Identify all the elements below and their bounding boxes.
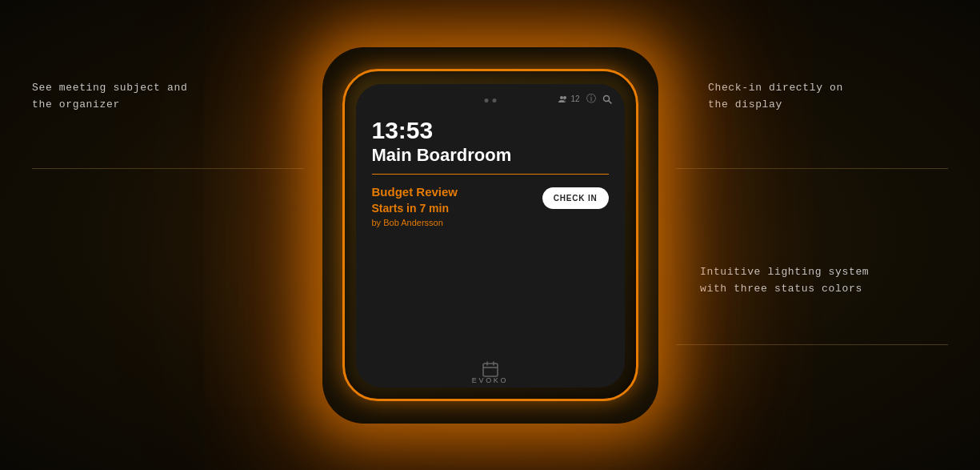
- svg-line-3: [609, 101, 611, 103]
- search-icon[interactable]: [602, 94, 612, 104]
- screen-content: 13:53 Main Boardroom Budget Review Start…: [356, 110, 625, 388]
- topbar-dot-1: [484, 98, 488, 102]
- svg-point-0: [560, 96, 563, 99]
- topbar-icons: 12 ⓘ: [558, 92, 611, 106]
- device-brand: EVOKO: [472, 376, 509, 384]
- device-screen: 12 ⓘ 13:53 Main Boardroom: [356, 84, 625, 388]
- right-text-checkin-line1: Check-in directly on: [708, 80, 948, 97]
- left-divider: [32, 168, 304, 169]
- right-panel-bottom: Intuitive lighting system with three sta…: [700, 264, 948, 298]
- right-divider-bottom: [676, 344, 948, 345]
- calendar-icon: [482, 360, 499, 378]
- room-name: Main Boardroom: [372, 145, 609, 166]
- screen-divider: [372, 174, 609, 175]
- right-panel-top: Check-in directly on the display: [708, 80, 948, 114]
- meeting-organizer: by Bob Andersson: [372, 218, 536, 227]
- screen-topbar: 12 ⓘ: [356, 84, 625, 110]
- info-icon[interactable]: ⓘ: [586, 92, 596, 106]
- right-text-checkin-line2: the display: [708, 97, 948, 114]
- topbar-dot-2: [492, 98, 496, 102]
- left-panel: See meeting subject and the organizer: [32, 80, 272, 114]
- right-divider-top: [676, 168, 948, 169]
- time-display: 13:53: [372, 117, 609, 143]
- meeting-title: Budget Review: [372, 184, 536, 200]
- right-text-lighting-line2: with three status colors: [700, 281, 948, 298]
- page-wrapper: See meeting subject and the organizer Ch…: [0, 0, 980, 470]
- attendees-count: 12: [570, 94, 579, 103]
- meeting-starts: Starts in 7 min: [372, 202, 536, 215]
- checkin-button[interactable]: CHECK IN: [542, 187, 609, 209]
- svg-rect-4: [483, 364, 498, 376]
- svg-point-2: [603, 95, 609, 101]
- topbar-dots: [484, 98, 496, 102]
- meeting-row: Budget Review Starts in 7 min by Bob And…: [372, 184, 609, 227]
- calendar-area: [372, 354, 609, 378]
- svg-point-1: [563, 96, 566, 99]
- meeting-info: Budget Review Starts in 7 min by Bob And…: [372, 184, 536, 227]
- right-text-lighting-line1: Intuitive lighting system: [700, 264, 948, 281]
- left-text-line1: See meeting subject and: [32, 80, 272, 97]
- attendees-count-icon: 12: [558, 94, 579, 103]
- left-text-line2: the organizer: [32, 97, 272, 114]
- device: 12 ⓘ 13:53 Main Boardroom: [342, 69, 638, 401]
- device-container: 12 ⓘ 13:53 Main Boardroom: [334, 59, 646, 412]
